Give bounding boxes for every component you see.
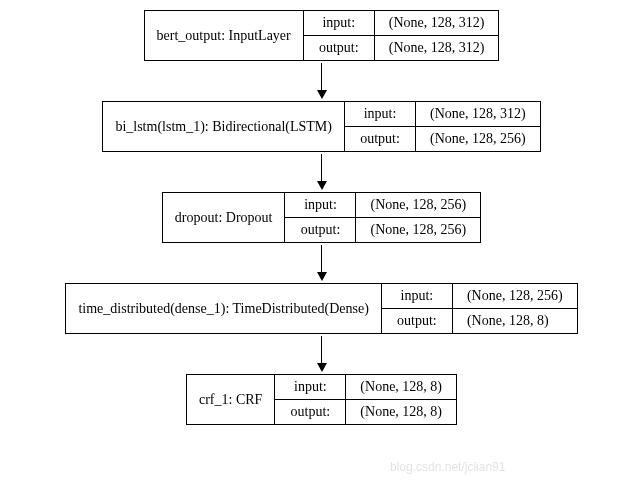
input-row: input: (None, 128, 312) — [304, 11, 499, 36]
input-label: input: — [275, 375, 346, 399]
output-shape: (None, 128, 256) — [416, 127, 540, 151]
input-label: input: — [285, 193, 356, 217]
input-row: input: (None, 128, 8) — [275, 375, 456, 400]
layer-io: input: (None, 128, 8) output: (None, 128… — [275, 375, 456, 424]
output-label: output: — [285, 218, 356, 242]
input-shape: (None, 128, 312) — [375, 11, 499, 35]
output-shape: (None, 128, 256) — [356, 218, 480, 242]
input-shape: (None, 128, 256) — [356, 193, 480, 217]
layer-io: input: (None, 128, 312) output: (None, 1… — [304, 11, 499, 60]
arrow-icon — [317, 336, 327, 372]
input-row: input: (None, 128, 312) — [345, 102, 540, 127]
input-label: input: — [345, 102, 416, 126]
output-row: output: (None, 128, 312) — [304, 36, 499, 60]
input-row: input: (None, 128, 256) — [285, 193, 480, 218]
output-label: output: — [304, 36, 375, 60]
layer-name: bert_output: InputLayer — [145, 11, 304, 60]
model-diagram: bert_output: InputLayer input: (None, 12… — [10, 10, 633, 425]
layer-name: time_distributed(dense_1): TimeDistribut… — [66, 284, 381, 333]
layer-name: crf_1: CRF — [187, 375, 275, 424]
output-shape: (None, 128, 8) — [453, 309, 563, 333]
layer-node: time_distributed(dense_1): TimeDistribut… — [65, 283, 577, 334]
input-row: input: (None, 128, 256) — [382, 284, 577, 309]
output-row: output: (None, 128, 8) — [382, 309, 577, 333]
input-shape: (None, 128, 312) — [416, 102, 540, 126]
input-shape: (None, 128, 8) — [346, 375, 456, 399]
layer-name: bi_lstm(lstm_1): Bidirectional(LSTM) — [103, 102, 345, 151]
layer-name: dropout: Dropout — [163, 193, 286, 242]
output-row: output: (None, 128, 256) — [345, 127, 540, 151]
output-shape: (None, 128, 312) — [375, 36, 499, 60]
output-row: output: (None, 128, 256) — [285, 218, 480, 242]
output-label: output: — [345, 127, 416, 151]
layer-io: input: (None, 128, 312) output: (None, 1… — [345, 102, 540, 151]
arrow-icon — [317, 245, 327, 281]
output-shape: (None, 128, 8) — [346, 400, 456, 424]
arrow-icon — [317, 154, 327, 190]
layer-io: input: (None, 128, 256) output: (None, 1… — [382, 284, 577, 333]
layer-io: input: (None, 128, 256) output: (None, 1… — [285, 193, 480, 242]
input-label: input: — [382, 284, 453, 308]
input-label: input: — [304, 11, 375, 35]
layer-node: crf_1: CRF input: (None, 128, 8) output:… — [186, 374, 457, 425]
layer-node: dropout: Dropout input: (None, 128, 256)… — [162, 192, 481, 243]
layer-node: bi_lstm(lstm_1): Bidirectional(LSTM) inp… — [102, 101, 540, 152]
output-label: output: — [275, 400, 346, 424]
output-row: output: (None, 128, 8) — [275, 400, 456, 424]
layer-node: bert_output: InputLayer input: (None, 12… — [144, 10, 500, 61]
output-label: output: — [382, 309, 453, 333]
arrow-icon — [317, 63, 327, 99]
input-shape: (None, 128, 256) — [453, 284, 577, 308]
